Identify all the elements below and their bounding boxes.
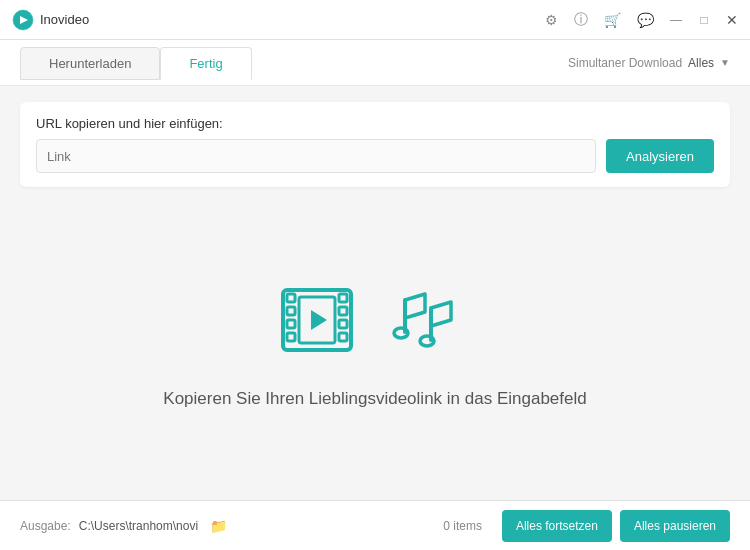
- analyze-button[interactable]: Analysieren: [606, 139, 714, 173]
- empty-state-text: Kopieren Sie Ihren Lieblingsvideolink in…: [163, 389, 586, 409]
- items-count: 0 items: [443, 519, 482, 533]
- url-section: URL kopieren und hier einfügen: Analysie…: [20, 102, 730, 187]
- simultaneous-download-section: Simultaner Download Alles ▼: [568, 56, 730, 70]
- toolbar: Herunterladen Fertig Simultaner Download…: [0, 40, 750, 86]
- folder-icon[interactable]: 📁: [210, 518, 227, 534]
- close-button[interactable]: ✕: [726, 14, 738, 26]
- music-icon: [385, 280, 475, 360]
- svg-rect-6: [287, 333, 295, 341]
- svg-rect-10: [339, 333, 347, 341]
- pause-button[interactable]: Alles pausieren: [620, 510, 730, 542]
- tab-herunterladen[interactable]: Herunterladen: [20, 47, 160, 80]
- output-path: C:\Users\tranhom\novi: [79, 519, 198, 533]
- info-icon[interactable]: ⓘ: [574, 11, 588, 29]
- svg-rect-8: [339, 307, 347, 315]
- url-section-label: URL kopieren und hier einfügen:: [36, 116, 714, 131]
- app-logo-icon: [12, 9, 34, 31]
- tab-fertig[interactable]: Fertig: [160, 47, 251, 80]
- simultaneous-dropdown-arrow[interactable]: ▼: [720, 57, 730, 68]
- svg-rect-4: [287, 307, 295, 315]
- app-title: Inovideo: [40, 12, 89, 27]
- main-content: URL kopieren und hier einfügen: Analysie…: [0, 86, 750, 500]
- empty-state-icons: [275, 275, 475, 365]
- minimize-button[interactable]: —: [670, 14, 682, 26]
- cart-icon[interactable]: 🛒: [604, 12, 621, 28]
- film-icon: [275, 275, 375, 365]
- footer: Ausgabe: C:\Users\tranhom\novi 📁 0 items…: [0, 500, 750, 550]
- empty-state: Kopieren Sie Ihren Lieblingsvideolink in…: [20, 199, 730, 484]
- svg-rect-5: [287, 320, 295, 328]
- url-input-row: Analysieren: [36, 139, 714, 173]
- simultaneous-value: Alles: [688, 56, 714, 70]
- svg-rect-3: [287, 294, 295, 302]
- title-bar: Inovideo ⚙ ⓘ 🛒 💬 — □ ✕: [0, 0, 750, 40]
- output-label: Ausgabe:: [20, 519, 71, 533]
- svg-rect-7: [339, 294, 347, 302]
- chat-icon[interactable]: 💬: [637, 12, 654, 28]
- settings-icon[interactable]: ⚙: [545, 12, 558, 28]
- svg-marker-12: [311, 310, 327, 330]
- window-controls: ⚙ ⓘ 🛒 💬 — □ ✕: [545, 11, 738, 29]
- simultaneous-label: Simultaner Download: [568, 56, 682, 70]
- url-input[interactable]: [36, 139, 596, 173]
- svg-rect-9: [339, 320, 347, 328]
- maximize-button[interactable]: □: [698, 14, 710, 26]
- app-logo: Inovideo: [12, 9, 89, 31]
- continue-button[interactable]: Alles fortsetzen: [502, 510, 612, 542]
